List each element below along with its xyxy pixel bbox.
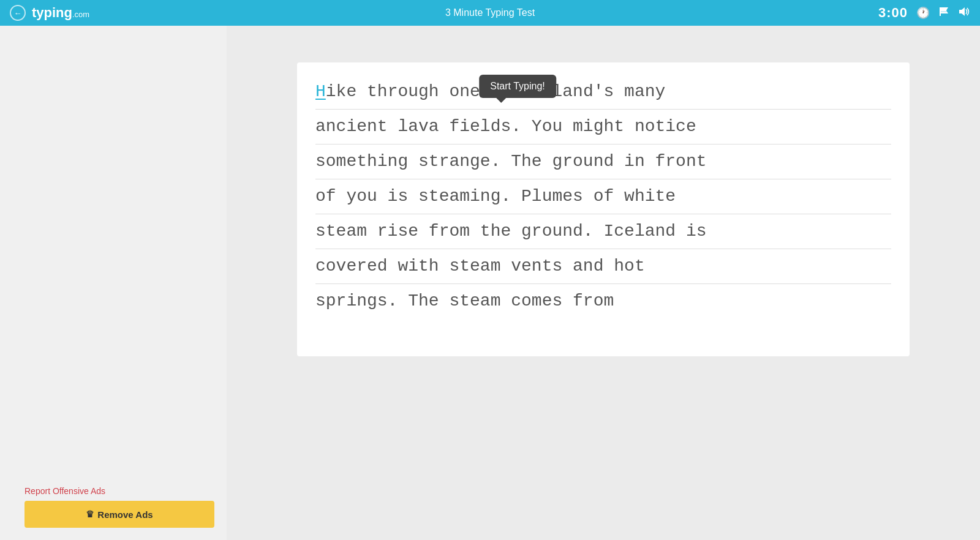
current-char: H (315, 82, 326, 101)
page-title: 3 Minute Typing Test (445, 7, 535, 18)
typing-line: ancient lava fields. You might notice (315, 110, 891, 144)
typing-line: Hike through one of Iceland's many (315, 75, 891, 110)
history-icon[interactable]: 🕐 (916, 6, 930, 20)
timer-display: 3:00 (878, 5, 908, 21)
header: ← typing .com 3 Minute Typing Test 3:00 … (0, 0, 980, 26)
back-button[interactable]: ← (10, 5, 26, 21)
svg-rect-0 (940, 7, 941, 16)
svg-marker-2 (959, 7, 965, 16)
header-right: 3:00 🕐 (878, 5, 970, 21)
report-offensive-ads-link[interactable]: Report Offensive Ads (24, 486, 227, 496)
logo-typing: typing (32, 5, 72, 21)
back-icon: ← (14, 9, 22, 18)
remove-ads-label: Remove Ads (97, 509, 153, 520)
tooltip-label: Start Typing! (490, 81, 545, 91)
content-area: Start Typing! Hike through one of Icelan… (227, 26, 980, 540)
typing-line: of you is steaming. Plumes of white (315, 179, 891, 214)
typing-line: covered with steam vents and hot (315, 249, 891, 284)
header-left: ← typing .com (10, 5, 89, 21)
sound-icon[interactable] (958, 6, 970, 20)
start-typing-tooltip: Start Typing! (479, 75, 556, 98)
left-sidebar: Report Offensive Ads ♛ Remove Ads (0, 26, 227, 540)
typing-text: Hike through one of Iceland's many ancie… (315, 75, 891, 318)
logo-dotcom: .com (72, 10, 89, 19)
typing-line: something strange. The ground in front (315, 144, 891, 179)
typing-line: steam rise from the ground. Iceland is (315, 214, 891, 249)
flag-icon[interactable] (938, 6, 949, 20)
typing-line: springs. The steam comes from (315, 284, 891, 318)
typing-box[interactable]: Hike through one of Iceland's many ancie… (297, 62, 910, 356)
logo: typing .com (32, 5, 89, 21)
remove-ads-button[interactable]: ♛ Remove Ads (24, 501, 214, 528)
main-container: Report Offensive Ads ♛ Remove Ads Start … (0, 26, 980, 540)
crown-icon: ♛ (86, 509, 94, 520)
